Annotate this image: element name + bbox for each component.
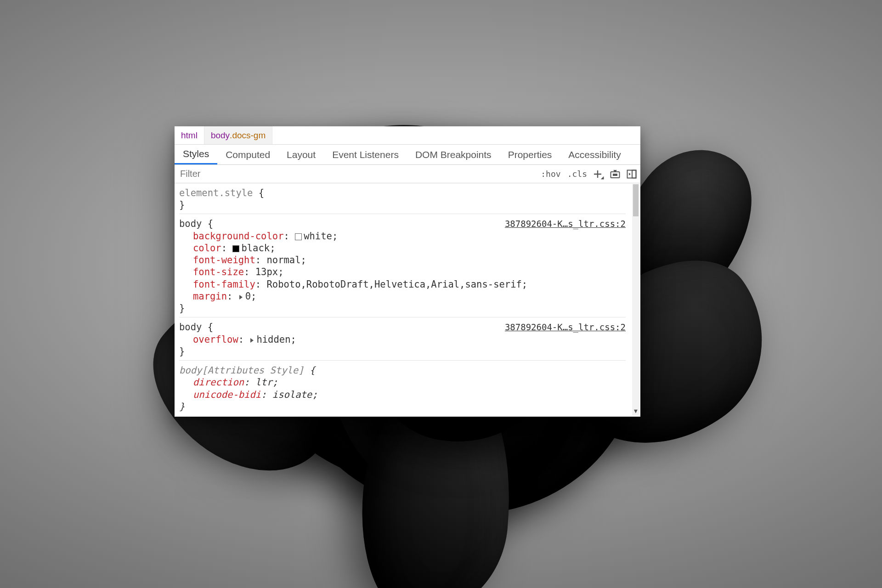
css-selector[interactable]: body [179, 218, 202, 229]
css-selector[interactable]: body[Attributes Style] [179, 365, 304, 376]
breadcrumb-html[interactable]: html [175, 126, 204, 144]
svg-rect-1 [613, 174, 617, 176]
styles-filter-bar: :hov .cls [175, 165, 640, 183]
css-declaration[interactable]: font-weight: normal; [193, 254, 626, 266]
tab-styles[interactable]: Styles [175, 145, 217, 164]
css-declaration[interactable]: color: black; [193, 242, 626, 254]
scrollbar-thumb[interactable] [633, 184, 639, 216]
css-property: font-size [193, 266, 244, 277]
devtools-subtabs: Styles Computed Layout Event Listeners D… [175, 145, 640, 165]
computed-styles-toggle-icon[interactable] [610, 170, 620, 179]
css-rule[interactable]: body {387892604-K…s_ltr.css:2overflow: h… [179, 317, 626, 360]
css-property: font-family [193, 279, 255, 290]
css-value: 13px [255, 266, 278, 277]
color-swatch[interactable] [295, 233, 302, 240]
css-selector[interactable]: body [179, 322, 202, 333]
styles-content: element.style {}body {387892604-K…s_ltr.… [175, 183, 640, 417]
css-property: font-weight [193, 254, 255, 266]
breadcrumb-tag: body [211, 130, 230, 141]
css-rules-list: element.style {}body {387892604-K…s_ltr.… [175, 183, 630, 417]
css-value: white [304, 231, 332, 242]
tab-properties[interactable]: Properties [500, 145, 560, 164]
color-swatch[interactable] [232, 245, 239, 252]
css-value: hidden [256, 334, 290, 345]
css-rule[interactable]: body[Attributes Style] {direction: ltr;u… [179, 360, 626, 415]
devtools-panel: html body.docs-gm Styles Computed Layout… [175, 126, 640, 417]
css-property: margin [193, 291, 227, 302]
tab-event-listeners[interactable]: Event Listeners [324, 145, 407, 164]
svg-rect-3 [632, 170, 636, 178]
css-value: isolate [272, 389, 312, 400]
css-origin-link[interactable]: 387892604-K…s_ltr.css:2 [505, 322, 626, 333]
css-selector[interactable]: element.style [179, 187, 253, 198]
css-declaration[interactable]: margin: 0; [193, 290, 626, 302]
css-value: black [241, 243, 270, 254]
expand-shorthand-icon[interactable] [239, 295, 243, 300]
toggle-sidebar-icon[interactable] [627, 170, 637, 179]
tab-dom-breakpoints[interactable]: DOM Breakpoints [407, 145, 500, 164]
tab-layout[interactable]: Layout [278, 145, 324, 164]
css-declaration[interactable]: overflow: hidden; [193, 334, 626, 345]
css-property: background-color [193, 231, 283, 242]
css-declaration[interactable]: unicode-bidi: isolate; [193, 389, 626, 401]
vertical-scrollbar[interactable]: ▼ [632, 184, 639, 416]
tab-accessibility[interactable]: Accessibility [560, 145, 629, 164]
css-declaration[interactable]: direction: ltr; [193, 376, 626, 388]
css-rule[interactable]: body {387892604-K…s_ltr.css:2background-… [179, 214, 626, 317]
css-declaration[interactable]: background-color: white; [193, 230, 626, 242]
new-style-rule-button[interactable] [594, 169, 604, 179]
css-value: ltr [255, 377, 272, 388]
styles-filter-input[interactable] [175, 165, 533, 183]
css-property: direction [193, 377, 244, 388]
toggle-hov[interactable]: :hov [541, 169, 560, 179]
styles-toolbar: :hov .cls [533, 165, 640, 183]
css-value: Roboto,RobotoDraft,Helvetica,Arial,sans-… [266, 279, 521, 290]
breadcrumb-class: .docs-gm [230, 130, 266, 141]
css-origin-link[interactable]: 387892604-K…s_ltr.css:2 [505, 218, 626, 229]
css-value: 0 [245, 291, 251, 302]
toggle-cls[interactable]: .cls [567, 169, 587, 179]
css-property: unicode-bidi [193, 389, 261, 400]
css-declaration[interactable]: font-size: 13px; [193, 266, 626, 278]
css-value: normal [266, 254, 300, 266]
css-property: color [193, 243, 221, 254]
breadcrumb-body[interactable]: body.docs-gm [204, 126, 272, 144]
tab-computed[interactable]: Computed [217, 145, 278, 164]
breadcrumb-tag: html [181, 130, 198, 141]
scrollbar-down-icon[interactable]: ▼ [632, 407, 639, 415]
css-declaration[interactable]: font-family: Roboto,RobotoDraft,Helvetic… [193, 278, 626, 290]
dom-breadcrumbs: html body.docs-gm [175, 126, 640, 145]
expand-shorthand-icon[interactable] [250, 338, 254, 343]
css-property: overflow [193, 334, 238, 345]
css-rule[interactable]: element.style {} [179, 185, 626, 214]
